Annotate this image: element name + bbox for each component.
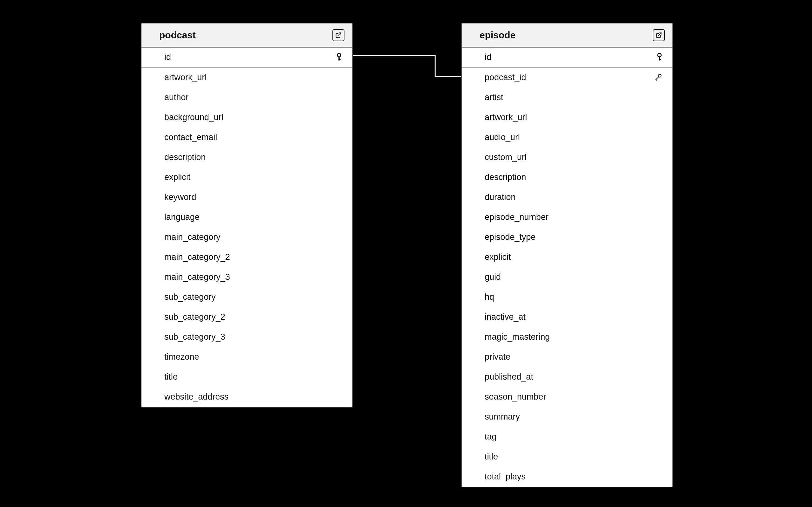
column-name: hq xyxy=(485,292,494,302)
column-name: title xyxy=(164,372,177,382)
open-table-button[interactable] xyxy=(333,29,345,41)
column-name: explicit xyxy=(164,172,191,182)
table-title: podcast xyxy=(159,30,196,41)
column-name: author xyxy=(164,93,189,102)
svg-rect-3 xyxy=(339,59,341,60)
primary-key-icon xyxy=(336,53,342,61)
column-row[interactable]: timezone xyxy=(142,347,352,367)
column-name: description xyxy=(485,172,526,182)
column-name: artist xyxy=(485,93,503,102)
column-list: idartwork_urlauthorbackground_urlcontact… xyxy=(142,48,352,407)
column-list: idpodcast_idartistartwork_urlaudio_urlcu… xyxy=(462,48,672,487)
column-name: contact_email xyxy=(164,132,217,142)
table-title: episode xyxy=(479,30,515,41)
column-row[interactable]: contact_email xyxy=(142,127,352,147)
column-row[interactable]: id xyxy=(142,48,352,67)
column-row[interactable]: guid xyxy=(462,267,672,287)
column-row[interactable]: sub_category_2 xyxy=(142,307,352,327)
column-name: published_at xyxy=(485,372,533,382)
column-name: private xyxy=(485,352,510,362)
column-row[interactable]: private xyxy=(462,347,672,367)
column-row[interactable]: description xyxy=(462,167,672,187)
column-row[interactable]: artwork_url xyxy=(142,67,352,88)
table-header: podcast xyxy=(142,23,352,48)
column-name: explicit xyxy=(485,252,511,262)
column-row[interactable]: artwork_url xyxy=(462,107,672,127)
column-row[interactable]: inactive_at xyxy=(462,307,672,327)
column-row[interactable]: episode_type xyxy=(462,227,672,247)
column-name: sub_category_3 xyxy=(164,332,225,342)
column-name: language xyxy=(164,212,200,222)
erd-canvas: podcast idartwork_urlauthorbackground_ur… xyxy=(0,0,812,507)
column-name: audio_url xyxy=(485,132,520,142)
column-name: id xyxy=(164,52,171,62)
column-row[interactable]: sub_category_3 xyxy=(142,327,352,347)
column-name: episode_type xyxy=(485,232,536,242)
column-name: guid xyxy=(485,272,501,282)
column-row[interactable]: artist xyxy=(462,88,672,107)
column-row[interactable]: background_url xyxy=(142,107,352,127)
column-row[interactable]: summary xyxy=(462,407,672,427)
column-row[interactable]: title xyxy=(142,367,352,387)
column-name: description xyxy=(164,153,206,162)
column-row[interactable]: main_category_3 xyxy=(142,267,352,287)
column-name: summary xyxy=(485,412,520,422)
column-name: title xyxy=(485,452,498,462)
column-name: magic_mastering xyxy=(485,332,550,342)
column-name: podcast_id xyxy=(485,72,526,82)
column-name: keyword xyxy=(164,192,196,202)
column-row[interactable]: sub_category xyxy=(142,287,352,307)
primary-key-icon xyxy=(657,53,662,61)
table-header: episode xyxy=(462,23,672,48)
svg-line-4 xyxy=(658,33,661,36)
column-row[interactable]: hq xyxy=(462,287,672,307)
column-row[interactable]: language xyxy=(142,207,352,227)
column-row[interactable]: episode_number xyxy=(462,207,672,227)
column-row[interactable]: explicit xyxy=(462,247,672,267)
column-row[interactable]: title xyxy=(462,447,672,467)
column-name: website_address xyxy=(164,392,229,402)
column-row[interactable]: keyword xyxy=(142,187,352,207)
column-name: artwork_url xyxy=(164,72,207,82)
column-row[interactable]: website_address xyxy=(142,387,352,407)
column-name: sub_category_2 xyxy=(164,312,225,322)
column-row[interactable]: custom_url xyxy=(462,147,672,167)
svg-point-5 xyxy=(658,53,661,57)
column-name: custom_url xyxy=(485,153,526,162)
column-name: main_category_2 xyxy=(164,252,230,262)
column-name: sub_category xyxy=(164,292,216,302)
svg-line-0 xyxy=(338,33,341,36)
table-episode[interactable]: episode idpodcast_idartistartwork_urlaud… xyxy=(461,23,673,487)
svg-point-1 xyxy=(338,53,341,57)
column-name: tag xyxy=(485,432,497,442)
external-link-icon xyxy=(656,32,662,38)
column-name: id xyxy=(485,52,491,62)
column-name: season_number xyxy=(485,392,546,402)
svg-rect-7 xyxy=(659,59,661,60)
column-name: total_plays xyxy=(485,472,525,482)
column-row[interactable]: duration xyxy=(462,187,672,207)
column-row[interactable]: season_number xyxy=(462,387,672,407)
relationship-connector xyxy=(353,54,463,79)
column-row[interactable]: podcast_id xyxy=(462,67,672,88)
column-row[interactable]: id xyxy=(462,48,672,67)
column-row[interactable]: description xyxy=(142,147,352,167)
column-name: timezone xyxy=(164,352,199,362)
column-row[interactable]: tag xyxy=(462,427,672,447)
column-name: inactive_at xyxy=(485,312,525,322)
column-row[interactable]: main_category xyxy=(142,227,352,247)
open-table-button[interactable] xyxy=(653,29,665,41)
external-link-icon xyxy=(335,32,342,38)
column-row[interactable]: main_category_2 xyxy=(142,247,352,267)
column-row[interactable]: audio_url xyxy=(462,127,672,147)
table-podcast[interactable]: podcast idartwork_urlauthorbackground_ur… xyxy=(141,23,353,407)
column-name: episode_number xyxy=(485,212,548,222)
column-row[interactable]: published_at xyxy=(462,367,672,387)
foreign-key-icon xyxy=(654,73,662,82)
column-row[interactable]: total_plays xyxy=(462,467,672,487)
column-row[interactable]: explicit xyxy=(142,167,352,187)
column-name: duration xyxy=(485,192,516,202)
column-name: background_url xyxy=(164,112,223,122)
column-row[interactable]: author xyxy=(142,88,352,107)
column-row[interactable]: magic_mastering xyxy=(462,327,672,347)
